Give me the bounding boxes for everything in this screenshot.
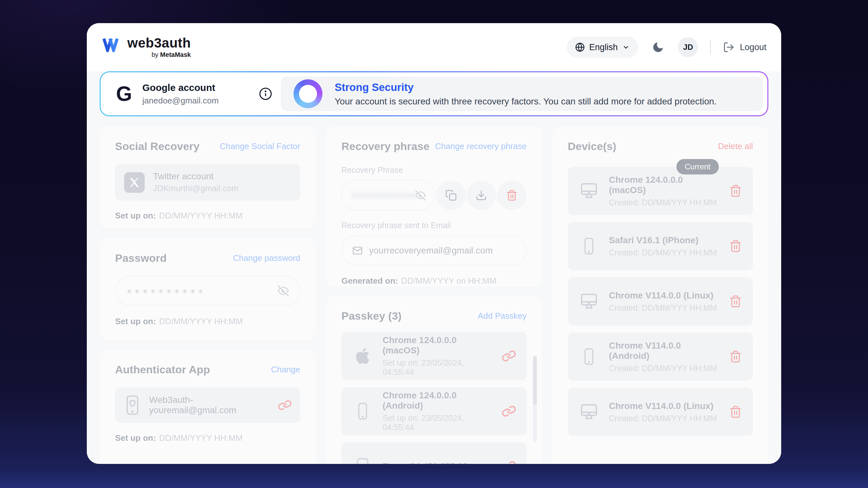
web3auth-logo: web3auth by MetaMask [102,36,191,58]
twitter-account-email: JDKmurthi@gmail.com [153,184,239,193]
passkey-link-button[interactable] [502,404,516,418]
device-list-item: Chrome V114.0.0 (Android) Created: DD/MM… [568,332,753,381]
globe-icon [575,42,585,52]
delete-device-button[interactable] [729,185,742,197]
authenticator-phone-icon [124,394,141,416]
passkey-scrollbar-thumb[interactable] [533,356,537,405]
account-title: Google account [143,82,219,93]
eye-off-icon [278,285,289,296]
copy-icon [445,190,457,201]
recovery-email-field[interactable]: yourrecoveryemail@gmail.com [341,235,527,266]
recovery-phrase-field[interactable]: ●●●●●●●●●●●●●● [341,180,435,210]
recovery-phrase-card: Recovery phrase Change recovery phrase R… [326,127,542,287]
device-list-item: Safari V16.1 (iPhone) Created: DD/MM/YYY… [568,222,753,270]
passkey-link-button[interactable] [502,349,516,363]
password-masked-value: ●●●●●●●●●● [127,287,206,295]
toggle-phrase-visibility-button[interactable] [415,190,426,200]
change-password-link[interactable]: Change password [233,253,300,263]
delete-device-button[interactable] [729,295,742,308]
security-status-panel: Strong Security Your account is secured … [281,76,763,111]
broken-link-icon [277,397,293,413]
apple-icon [354,347,371,365]
device-list-item: Chrome V114.0.0 (Linux) Created: DD/MM/Y… [568,277,753,325]
x-twitter-icon [124,172,145,193]
content-area: G Google account janedoe@gmail.com Stron… [87,71,781,464]
twitter-account-item: Twitter account JDKmurthi@gmail.com [115,164,300,200]
delete-all-devices-link[interactable]: Delete all [718,141,753,151]
phone-icon [581,347,597,366]
devices-title: Device(s) [568,140,616,153]
page-background: web3auth by MetaMask English JD Logout [0,0,868,488]
app-header: web3auth by MetaMask English JD Logout [87,23,781,71]
copy-phrase-button[interactable] [436,181,466,210]
language-label: English [589,42,618,52]
info-icon [259,87,272,101]
social-recovery-title: Social Recovery [115,140,199,153]
web3auth-logo-icon [102,37,122,52]
logout-button[interactable]: Logout [723,41,767,53]
password-field[interactable]: ●●●●●●●●●● [115,276,300,305]
change-recovery-phrase-link[interactable]: Change recovery phrase [435,141,527,151]
passkey-link-button[interactable] [502,460,516,464]
app-window: web3auth by MetaMask English JD Logout [87,23,781,464]
envelope-icon [352,246,363,256]
delete-device-button[interactable] [729,350,742,363]
add-passkey-link[interactable]: Add Passkey [478,311,527,321]
chevron-down-icon [622,43,630,51]
change-authenticator-link[interactable]: Change [271,365,300,375]
security-score-ring [293,79,322,108]
desktop-icon [580,402,598,421]
trash-icon [729,185,742,197]
authenticator-card: Authenticator App Change Web3auth-yourem… [100,350,316,464]
brand-byline: by MetaMask [151,51,191,59]
password-card: Password Change password ●●●●●●●●●● Set … [100,238,316,340]
recovery-email-value: yourrecoveryemail@gmail.com [369,246,493,256]
twitter-account-label: Twitter account [153,171,239,182]
devices-card: Device(s) Delete all [552,127,768,464]
brand-name: web3auth [127,36,191,50]
current-badge: Current [676,159,719,174]
authenticator-email: Web3auth-youremail@gmal.com [149,395,270,415]
account-security-banner: G Google account janedoe@gmail.com Stron… [100,71,768,116]
recovery-phrase-label: Recovery Phrase [341,165,527,175]
logout-label: Logout [740,42,767,52]
authenticator-title: Authenticator App [115,363,210,376]
logout-icon [723,41,735,53]
recovery-phrase-masked: ●●●●●●●●●●●●●● [351,190,415,200]
phrase-generated-date: Generated on:DD/MM/YYYY on HH:MM [341,276,527,286]
trash-icon [729,240,742,253]
trash-icon [506,190,518,201]
passkey-list-item: Chrome 124.0.0.0 (Android) Set up on: 23… [341,387,527,435]
trash-icon [729,350,742,363]
desktop-icon [580,292,598,311]
passkey-list-item: Rome 24.456.355.98 [341,443,527,464]
unlink-authenticator-button[interactable] [278,399,291,412]
user-avatar[interactable]: JD [678,37,698,57]
trash-icon [729,295,742,308]
social-setup-date: Set up on:DD/MM/YYYY HH:MM [115,211,300,221]
trash-icon [729,405,742,418]
delete-device-button[interactable] [729,240,742,253]
header-divider [710,40,711,55]
login-account-summary: G Google account janedoe@gmail.com [101,72,281,115]
account-info-button[interactable] [259,87,272,101]
change-social-factor-link[interactable]: Change Social Factor [220,141,300,151]
password-setup-date: Set up on:DD/MM/YYYY HH:MM [115,317,300,326]
security-status-title: Strong Security [335,81,717,94]
authenticator-item: Web3auth-youremail@gmal.com [115,387,300,423]
download-icon [475,190,487,201]
delete-phrase-button[interactable] [497,181,527,210]
passkey-card: Passkey (3) Add Passkey [326,296,542,464]
eye-off-icon [415,190,426,200]
authenticator-setup-date: Set up on:DD/MM/YYYY HH:MM [115,433,300,443]
language-selector[interactable]: English [567,37,639,58]
password-title: Password [115,252,167,264]
toggle-password-visibility-button[interactable] [278,285,289,296]
dark-mode-toggle[interactable] [652,41,664,54]
phone-icon [355,402,370,420]
delete-device-button[interactable] [729,405,742,418]
download-phrase-button[interactable] [466,181,496,210]
phone-icon [581,236,597,256]
social-recovery-card: Social Recovery Change Social Factor Twi… [100,127,316,229]
link-icon [500,348,517,364]
